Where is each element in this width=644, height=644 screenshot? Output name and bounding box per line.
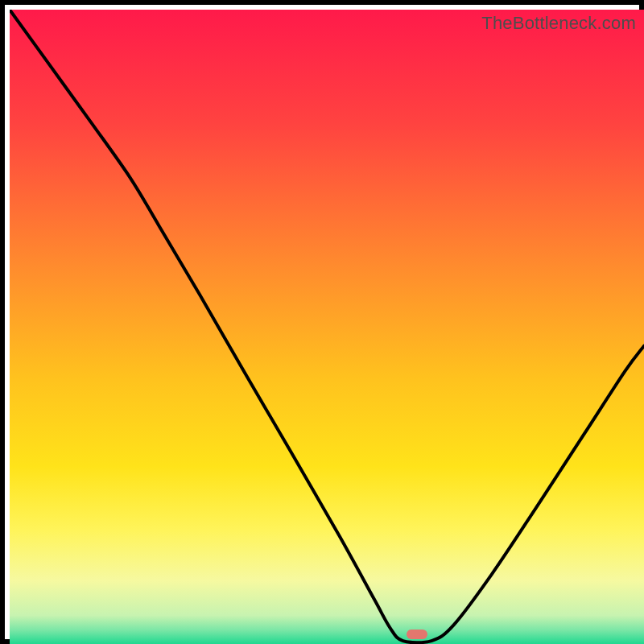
plot-area: TheBottleneck.com (10, 10, 644, 644)
optimal-marker (407, 630, 427, 639)
chart-frame: TheBottleneck.com (0, 0, 644, 644)
watermark-text: TheBottleneck.com (481, 13, 636, 34)
bottleneck-curve (10, 10, 644, 644)
